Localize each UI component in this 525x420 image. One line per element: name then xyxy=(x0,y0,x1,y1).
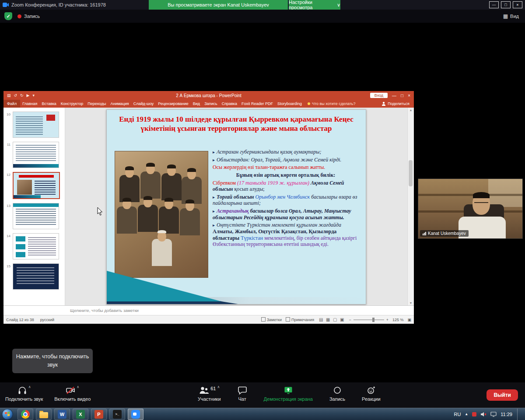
excel-taskbar-button[interactable] xyxy=(73,409,88,420)
notes-toggle[interactable]: Заметки xyxy=(261,317,282,322)
zoom-slider-thumb[interactable] xyxy=(372,318,374,322)
participants-button[interactable]: 61 ∧ Участники xyxy=(198,382,221,402)
ppt-minimize-button[interactable]: — xyxy=(392,93,396,98)
ppt-share-button[interactable]: Поделиться xyxy=(382,102,414,106)
zoom-in-button[interactable]: + xyxy=(386,318,388,322)
ribbon-tab-11[interactable]: Справка xyxy=(220,100,239,108)
slide-thumbnail-15[interactable]: 15 xyxy=(5,263,62,290)
explorer-taskbar-button[interactable] xyxy=(36,409,52,420)
zoom-out-button[interactable]: − xyxy=(349,318,351,322)
slide-thumbnail-preview xyxy=(13,142,59,168)
powerpoint-taskbar-button[interactable] xyxy=(91,409,107,420)
view-buttons: ▤ ▦ ▢ ▣ xyxy=(318,317,345,322)
clock[interactable]: 11:29 xyxy=(500,412,512,417)
join-audio-tooltip: Нажмите, чтобы подключить звук xyxy=(12,349,93,373)
slide-thumbnail-10[interactable]: 10 xyxy=(5,112,62,138)
antivirus-tray-icon[interactable] xyxy=(472,412,476,416)
sign-in-button[interactable]: Вход xyxy=(370,93,388,98)
scroll-up-icon[interactable]: ▲ xyxy=(408,108,414,112)
participant-video-tile[interactable]: Kanat Uskembayev xyxy=(418,178,523,239)
slideshow-icon[interactable]: ▶ xyxy=(27,93,30,98)
slide-thumbnail-12[interactable]: 12 xyxy=(5,172,62,199)
ribbon-tab-8[interactable]: Рецензирование xyxy=(156,100,191,108)
painting-figure xyxy=(138,197,158,232)
redo-icon[interactable]: ↻ xyxy=(20,93,24,98)
window-controls: — □ × xyxy=(489,1,522,8)
chevron-up-icon[interactable]: ∧ xyxy=(28,385,31,389)
language-button[interactable]: русский xyxy=(40,318,54,322)
record-icon xyxy=(332,385,342,395)
audio-level-icon xyxy=(423,232,426,235)
hidden-icons-arrow[interactable]: ▲ xyxy=(465,412,468,416)
meeting-info: Zoom Конференция, ID участника: 161978 xyxy=(0,2,106,7)
language-indicator[interactable]: RU xyxy=(454,412,461,417)
zoom-percent[interactable]: 125 % xyxy=(392,318,404,322)
slide-thumbnail-14[interactable]: 14 xyxy=(5,233,62,259)
slide-paragraph: ▸Астрахан губерниясындағы қазақ аумақтар… xyxy=(213,149,359,155)
view-slideshow-button[interactable]: ▣ xyxy=(340,317,344,322)
notes-area[interactable]: Щелкните, чтобы добавить заметки xyxy=(4,305,414,315)
system-tray: RU ▲ 11:29 xyxy=(454,409,525,420)
minimize-button[interactable]: — xyxy=(489,1,499,8)
ribbon-tab-10[interactable]: Запись xyxy=(202,100,220,108)
comments-toggle[interactable]: Примечания xyxy=(286,317,314,322)
cmd-taskbar-button[interactable] xyxy=(109,409,125,420)
ribbon-tab-9[interactable]: Вид xyxy=(191,100,202,108)
zoom-taskbar-button[interactable] xyxy=(128,409,144,420)
chrome-taskbar-button[interactable] xyxy=(18,409,33,420)
join-audio-button[interactable]: ∧ Подключить звук xyxy=(5,382,43,402)
start-button[interactable] xyxy=(2,409,13,420)
customize-qat-icon[interactable]: ▾ xyxy=(33,93,35,98)
ribbon-tab-1[interactable]: Файл xyxy=(4,100,20,108)
view-sorter-button[interactable]: ▦ xyxy=(326,317,330,322)
slide-canvas[interactable]: Енді 1919 жылы 10 шілдеде құрылған Қырре… xyxy=(106,109,366,304)
undo-icon[interactable]: ↺ xyxy=(14,93,18,98)
scrollbar-thumb[interactable] xyxy=(409,160,413,186)
ribbon-tab-4[interactable]: Конструктор xyxy=(59,100,85,108)
leave-button[interactable]: Выйти xyxy=(486,389,518,401)
ribbon-tab-12[interactable]: Foxit Reader PDF xyxy=(239,100,275,108)
bullet-icon: ▸ xyxy=(213,209,215,214)
ribbon-tab-2[interactable]: Главная xyxy=(20,100,39,108)
ribbon-tab-7[interactable]: Слайд-шоу xyxy=(131,100,156,108)
ribbon-tab-6[interactable]: Анимация xyxy=(108,100,131,108)
ppt-close-button[interactable]: × xyxy=(408,93,410,98)
view-reading-button[interactable]: ▢ xyxy=(333,317,337,322)
security-shield-icon[interactable]: ✓ xyxy=(4,12,12,20)
record-button[interactable]: Запись xyxy=(329,382,345,402)
slide-body: ▸Астрахан губерниясындағы қазақ аумақтар… xyxy=(213,147,359,249)
view-normal-button[interactable]: ▤ xyxy=(319,317,323,322)
close-button[interactable]: × xyxy=(513,1,522,8)
chat-button[interactable]: Чат xyxy=(238,382,247,402)
show-desktop-button[interactable] xyxy=(517,409,521,420)
save-icon[interactable]: ▤ xyxy=(7,93,11,98)
slide-thumbnail-preview xyxy=(13,233,59,259)
zoom-toolbar: ∧ Подключить звук ∧ Включить видео 61 ∧ … xyxy=(0,382,525,408)
share-screen-button[interactable]: Демонстрация экрана xyxy=(264,382,313,402)
volume-muted-icon[interactable] xyxy=(480,412,486,417)
maximize-button[interactable]: □ xyxy=(501,1,511,8)
vertical-scrollbar[interactable]: ▲ ▼ xyxy=(407,108,414,305)
chevron-up-icon[interactable]: ∧ xyxy=(77,385,79,389)
display-tray-icon[interactable] xyxy=(490,412,497,417)
word-taskbar-button[interactable] xyxy=(54,409,70,420)
slide-paragraph: Сібревком (17 тамызда 1919 ж. құрылған) … xyxy=(213,180,359,192)
chevron-up-icon[interactable]: ∧ xyxy=(217,385,220,389)
view-button[interactable]: ▦ Вид xyxy=(503,13,519,19)
tell-me-box[interactable]: Что вы хотите сделать? xyxy=(308,102,356,106)
ribbon-tab-5[interactable]: Переходы xyxy=(85,100,108,108)
start-video-button[interactable]: ∧ Включить видео xyxy=(54,382,91,402)
scroll-down-icon[interactable]: ▼ xyxy=(408,301,414,304)
smiley-icon xyxy=(366,385,376,395)
slide-thumbnail-11[interactable]: 11 xyxy=(5,142,62,168)
view-settings-button[interactable]: Настройки просмотра ∨ xyxy=(289,0,340,10)
chat-icon xyxy=(238,385,247,395)
fit-slide-button[interactable]: ▣ xyxy=(407,318,411,322)
ppt-restore-button[interactable]: □ xyxy=(401,93,403,98)
reactions-button[interactable]: Реакции xyxy=(362,382,381,402)
slide-thumbnail-13[interactable]: 13 xyxy=(5,203,62,229)
zoom-slider[interactable] xyxy=(354,319,384,320)
chrome-icon xyxy=(21,410,30,419)
ribbon-tab-3[interactable]: Вставка xyxy=(39,100,58,108)
ribbon-tab-13[interactable]: Storyboarding xyxy=(275,100,304,108)
